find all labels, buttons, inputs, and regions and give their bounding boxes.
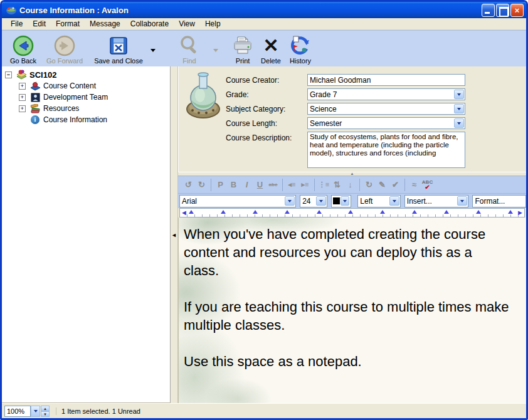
bold-icon[interactable]: B bbox=[227, 179, 240, 191]
right-margin-marker[interactable]: ► bbox=[517, 209, 524, 217]
accept-edit-icon[interactable]: ✔ bbox=[389, 179, 402, 191]
indent-icon[interactable]: ▸≡ bbox=[298, 179, 312, 191]
subject-category-label: Subject Category: bbox=[226, 105, 285, 113]
course-icon bbox=[16, 70, 27, 80]
undo-icon[interactable]: ↺ bbox=[182, 179, 195, 191]
tree-item-course-information[interactable]: i Course Information bbox=[2, 114, 170, 125]
spell-check-icon[interactable]: ABC ✔ bbox=[421, 179, 434, 191]
chevron-down-icon[interactable] bbox=[316, 196, 326, 206]
tree-item-resources[interactable]: + Resources bbox=[2, 103, 170, 114]
tree-expand-toggle[interactable]: + bbox=[19, 83, 26, 90]
maximize-button[interactable] bbox=[496, 4, 509, 17]
menu-view[interactable]: View bbox=[174, 18, 200, 29]
menu-edit[interactable]: Edit bbox=[28, 18, 51, 29]
tree-expand-toggle[interactable]: + bbox=[19, 105, 26, 112]
save-options-dropdown[interactable] bbox=[149, 38, 157, 63]
course-creator-input[interactable] bbox=[307, 74, 465, 86]
underline-icon[interactable]: U bbox=[253, 179, 267, 191]
chevron-down-icon[interactable] bbox=[389, 196, 399, 206]
spin-down-icon[interactable]: ▼ bbox=[41, 411, 50, 417]
course-description-label: Course Description: bbox=[226, 134, 292, 142]
panel-splitter[interactable]: ◄ bbox=[171, 66, 178, 403]
science-flask-icon bbox=[185, 71, 221, 119]
ruler[interactable]: ◄ ► bbox=[179, 208, 525, 218]
window-title: Course Information : Avalon bbox=[19, 6, 482, 15]
chevron-down-icon[interactable] bbox=[454, 104, 464, 113]
tree-item-label: Development Team bbox=[43, 93, 108, 102]
font-size-select[interactable]: 24 bbox=[300, 195, 327, 207]
title-bar[interactable]: Course Information : Avalon × bbox=[2, 2, 526, 18]
font-toolbar: Arial 24 Left Insert... bbox=[178, 194, 526, 208]
tree-item-label: SCI102 bbox=[29, 70, 56, 80]
grade-select[interactable]: Grade 7 bbox=[307, 88, 465, 100]
find-button[interactable]: Find bbox=[167, 32, 211, 65]
outdent-icon[interactable]: ◂≡ bbox=[285, 179, 298, 191]
redo-icon[interactable]: ↻ bbox=[195, 179, 208, 191]
go-forward-button[interactable]: Go Forward bbox=[41, 32, 88, 65]
go-back-button[interactable]: Go Back bbox=[6, 32, 41, 65]
strikethrough-icon[interactable]: abc bbox=[267, 179, 280, 191]
menu-format[interactable]: Format bbox=[51, 18, 85, 29]
course-length-label: Course Length: bbox=[226, 119, 277, 128]
list-icon[interactable]: ⋮≡ bbox=[317, 179, 330, 191]
tree-expand-toggle[interactable]: + bbox=[19, 94, 26, 101]
rotate-icon[interactable]: ↻ bbox=[362, 179, 376, 191]
history-button[interactable]: History bbox=[285, 32, 315, 65]
delete-button[interactable]: ✕ Delete bbox=[256, 32, 285, 65]
tree-collapse-toggle[interactable]: − bbox=[5, 71, 12, 78]
menu-help[interactable]: Help bbox=[200, 18, 226, 29]
tree-item-development-team[interactable]: + Development Team bbox=[2, 92, 170, 103]
chevron-down-icon[interactable] bbox=[454, 90, 464, 99]
zoom-stepper[interactable]: ▲ ▼ bbox=[41, 406, 50, 417]
print-icon bbox=[233, 34, 253, 57]
status-bar: 100% ▲ ▼ 1 Item selected. 1 Unread bbox=[2, 403, 526, 418]
course-tree-panel: − SCI102 + bbox=[2, 66, 171, 403]
line-spacing-icon[interactable]: ⇅ bbox=[330, 179, 344, 191]
course-description-textarea[interactable]: Study of ecosystems, plants for food and… bbox=[307, 132, 465, 168]
paragraph-icon[interactable]: P bbox=[214, 179, 227, 191]
course-information-icon: i bbox=[29, 115, 41, 125]
tree-item-sci102[interactable]: − SCI102 bbox=[2, 69, 170, 80]
color-swatch bbox=[333, 197, 340, 204]
font-family-select[interactable]: Arial bbox=[179, 195, 296, 207]
font-color-select[interactable] bbox=[331, 195, 351, 207]
menu-message[interactable]: Message bbox=[85, 18, 125, 29]
notepad-editor[interactable]: When you've have completed creating the … bbox=[178, 218, 526, 403]
editor-paragraph: When you've have completed creating the … bbox=[184, 225, 511, 280]
left-margin-marker[interactable]: ◄ bbox=[181, 209, 187, 217]
format-select[interactable]: Format... bbox=[472, 195, 526, 207]
ruler-ticks bbox=[189, 210, 513, 214]
insert-select[interactable]: Insert... bbox=[404, 195, 469, 207]
chevron-down-icon[interactable] bbox=[285, 196, 295, 206]
chevron-down-icon[interactable] bbox=[457, 196, 467, 206]
chevron-down-icon[interactable] bbox=[454, 118, 464, 128]
menu-file[interactable]: File bbox=[6, 18, 28, 29]
course-creator-label: Course Creator: bbox=[226, 76, 279, 85]
italic-icon[interactable]: I bbox=[240, 179, 253, 191]
app-window: Course Information : Avalon × File Edit … bbox=[0, 0, 528, 420]
minimize-button[interactable] bbox=[482, 4, 495, 17]
go-forward-icon bbox=[54, 34, 75, 57]
menu-collaborate[interactable]: Collaborate bbox=[125, 18, 174, 29]
fill-down-icon[interactable]: ↓ bbox=[344, 179, 357, 191]
chevron-down-icon[interactable] bbox=[341, 196, 349, 206]
signature-icon[interactable]: ≈ bbox=[408, 179, 421, 191]
chevron-down-icon[interactable] bbox=[31, 406, 40, 417]
zoom-value[interactable]: 100% bbox=[4, 406, 31, 417]
collapse-left-icon[interactable]: ◄ bbox=[171, 232, 177, 238]
save-and-close-button[interactable]: Save and Close bbox=[88, 32, 149, 65]
find-options-dropdown[interactable] bbox=[211, 38, 220, 63]
grade-label: Grade: bbox=[226, 90, 249, 99]
subject-category-select[interactable]: Science bbox=[307, 103, 465, 115]
print-button[interactable]: Print bbox=[229, 32, 256, 65]
chevron-down-icon bbox=[213, 49, 218, 52]
spin-up-icon[interactable]: ▲ bbox=[41, 406, 50, 411]
go-back-icon bbox=[13, 34, 34, 57]
pencil-icon[interactable]: ✎ bbox=[376, 179, 389, 191]
tree-item-course-content[interactable]: + Course Content bbox=[2, 80, 170, 92]
close-button[interactable]: × bbox=[510, 4, 524, 17]
course-length-select[interactable]: Semester bbox=[307, 117, 465, 129]
zoom-control[interactable]: 100% ▲ ▼ bbox=[4, 406, 50, 417]
alignment-select[interactable]: Left bbox=[357, 195, 400, 207]
editor-splitter[interactable]: ▲ bbox=[178, 172, 526, 176]
